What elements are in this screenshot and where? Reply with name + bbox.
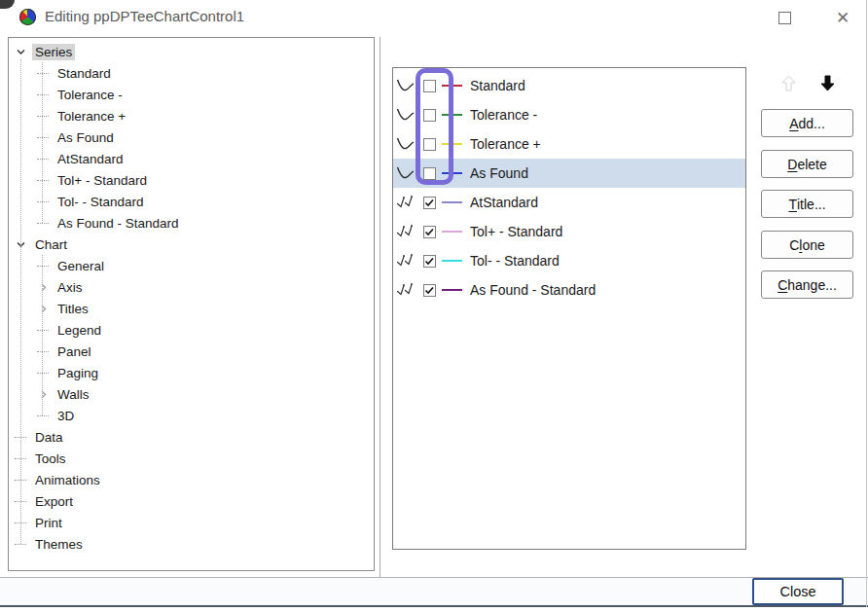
tree-item[interactable]: Paging [9, 362, 374, 383]
tree-item-label: Tol+ - Standard [54, 172, 150, 189]
tree-item[interactable]: Chart [9, 234, 374, 255]
tree-item[interactable]: Export [9, 490, 374, 512]
tree-item[interactable]: As Found - Standard [9, 212, 374, 234]
tree-item[interactable]: General [9, 255, 374, 276]
series-visible-checkbox[interactable] [423, 284, 436, 297]
series-visible-checkbox[interactable] [423, 80, 436, 92]
tree-item[interactable]: Tolerance - [9, 84, 374, 105]
series-visible-checkbox[interactable] [423, 138, 436, 151]
tree-item[interactable]: Walls [9, 383, 374, 405]
series-color-line [442, 260, 462, 262]
series-visible-checkbox[interactable] [423, 255, 436, 268]
tree-guide-line [42, 255, 43, 415]
window-bottom-border [0, 605, 868, 607]
series-label: As Found [470, 165, 528, 181]
background-window-corner [0, 0, 15, 9]
window-right-border [866, 0, 867, 607]
series-row[interactable]: As Found [393, 159, 745, 188]
series-visible-checkbox[interactable] [423, 109, 436, 122]
tree-item[interactable]: Panel [9, 341, 374, 362]
tree-item[interactable]: AtStandard [9, 148, 374, 169]
button-label-part: elete [797, 157, 826, 172]
tree-item[interactable]: Titles [9, 298, 374, 319]
series-color-line [442, 231, 462, 233]
tree-item[interactable]: 3D [9, 405, 374, 426]
tree-item-label: As Found [54, 129, 117, 146]
tree-item-label: Paging [54, 365, 101, 381]
tree-connector [35, 108, 51, 124]
tree-connector [35, 172, 51, 188]
series-listbox: StandardTolerance -Tolerance +As FoundAt… [392, 67, 746, 550]
tree-item-label: Standard [54, 65, 114, 82]
move-series-up-button[interactable] [778, 71, 799, 94]
smooth-line-icon [395, 76, 416, 95]
series-row[interactable]: Standard [393, 71, 745, 100]
chevron-right-icon[interactable] [35, 279, 51, 295]
tree-item[interactable]: Themes [9, 533, 374, 555]
series-visible-checkbox[interactable] [423, 167, 436, 180]
tree-item[interactable]: Print [9, 512, 374, 533]
series-row[interactable]: Tolerance - [393, 100, 745, 129]
chevron-right-icon[interactable] [35, 386, 51, 402]
chevron-right-icon[interactable] [35, 301, 51, 316]
panel-divider [380, 37, 380, 577]
tree-connector [35, 215, 51, 231]
chevron-down-icon[interactable] [13, 44, 28, 59]
series-row[interactable]: Tol+ - Standard [393, 217, 745, 246]
series-visible-checkbox[interactable] [423, 197, 436, 209]
tree-item[interactable]: Animations [9, 469, 374, 490]
title-button[interactable]: Title... [761, 190, 853, 218]
down-arrow-icon [820, 75, 835, 91]
tree-item[interactable]: Tol- - Standard [9, 191, 374, 212]
series-color-line [442, 114, 462, 116]
smooth-line-icon [395, 163, 416, 183]
tree-item[interactable]: Tolerance + [9, 105, 374, 126]
change-button[interactable]: Change... [761, 270, 853, 299]
series-row[interactable]: Tolerance + [393, 129, 745, 159]
tree-connector [35, 129, 51, 145]
close-button[interactable]: Close [752, 578, 844, 605]
tree-guide-line [20, 59, 21, 544]
tree-item-label: Tolerance + [54, 108, 128, 125]
tree-item-label: Panel [54, 343, 94, 360]
tree-connector [35, 151, 51, 166]
tree-item-label: Data [32, 429, 66, 446]
tree-item-label: Export [32, 493, 76, 510]
series-label: AtStandard [470, 195, 538, 210]
button-label-part: T [788, 197, 797, 212]
tree-item-label: AtStandard [54, 151, 127, 167]
tree-item-label: Print [32, 515, 65, 531]
tree-item[interactable]: Standard [9, 62, 374, 84]
series-color-line [442, 289, 462, 291]
tree-item[interactable]: Series [9, 41, 374, 62]
tree-item[interactable]: Legend [9, 319, 374, 341]
tree-item-label: Walls [54, 386, 92, 403]
series-visible-checkbox[interactable] [423, 226, 436, 238]
series-row[interactable]: As Found - Standard [393, 275, 745, 305]
maximize-button[interactable] [768, 4, 801, 31]
move-series-down-button[interactable] [816, 71, 838, 94]
tree-item[interactable]: As Found [9, 126, 374, 148]
series-color-line [442, 85, 462, 87]
series-row[interactable]: AtStandard [393, 188, 745, 217]
close-window-button[interactable]: ✕ [826, 4, 859, 31]
tree-connector [35, 65, 51, 81]
series-color-line [442, 201, 462, 203]
tree-item[interactable]: Axis [9, 276, 374, 298]
tree-item[interactable]: Tol+ - Standard [9, 169, 374, 191]
series-label: Tolerance + [470, 136, 541, 152]
tree-connector [35, 343, 51, 359]
add-button[interactable]: Add... [761, 109, 853, 137]
tree-item[interactable]: Data [9, 426, 374, 448]
tree-item-label: 3D [54, 408, 77, 424]
button-label-part: one [802, 237, 824, 253]
title-bar: Editing ppDPTeeChartControl1 ✕ [0, 0, 868, 35]
tree-item[interactable]: Tools [9, 448, 374, 469]
series-row[interactable]: Tol- - Standard [393, 246, 745, 275]
tree-item-label: Tol- - Standard [54, 194, 147, 210]
delete-button[interactable]: Delete [761, 150, 853, 178]
button-label-part: dd... [799, 116, 825, 131]
tree-item-label: Animations [32, 472, 103, 488]
point-line-icon [395, 193, 416, 212]
clone-button[interactable]: Clone [761, 231, 853, 259]
